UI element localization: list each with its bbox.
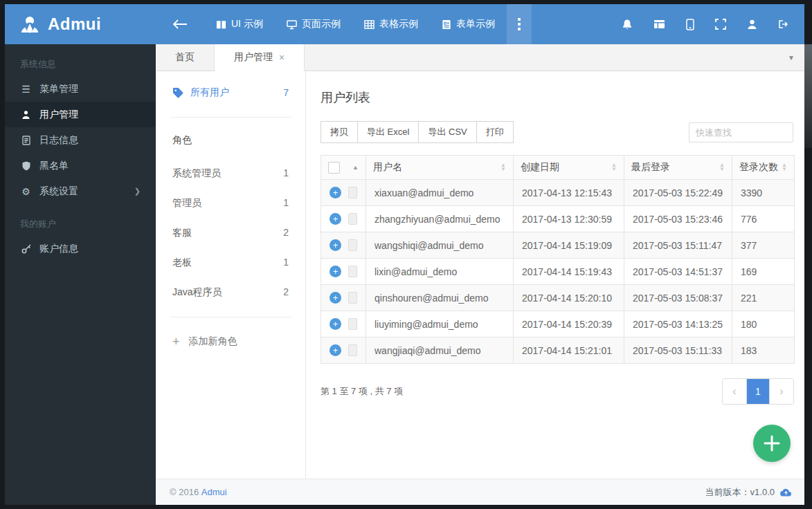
export-csv-button[interactable]: 导出 CSV [418, 121, 476, 143]
export-excel-button[interactable]: 导出 Excel [357, 121, 419, 143]
next-page-button[interactable]: › [770, 379, 793, 404]
sidebar-section-account: 我的账户 [5, 204, 156, 236]
layout-toggle-button[interactable] [643, 4, 676, 44]
cell-last-login: 2017-05-03 15:22:49 [624, 180, 732, 206]
tab-label: 用户管理 [234, 51, 273, 64]
sidebar-item-blacklist[interactable]: 黑名单 [5, 153, 156, 178]
footer-brand-link[interactable]: Admui [201, 487, 227, 497]
row-checkbox[interactable] [348, 318, 357, 330]
cell-login-count: 180 [732, 311, 795, 337]
nav-item-page-demo[interactable]: 页面示例 [275, 4, 352, 44]
print-button[interactable]: 打印 [476, 121, 514, 143]
row-checkbox[interactable] [348, 213, 357, 225]
sort-arrows-icon[interactable]: ▲▼ [719, 163, 725, 172]
tab-home[interactable]: 首页 [156, 44, 215, 71]
row-checkbox[interactable] [348, 187, 357, 198]
role-name: 系统管理员 [172, 167, 221, 180]
role-name: 管理员 [172, 197, 201, 210]
nav-back-button[interactable] [156, 4, 204, 44]
user-groups-panel: 所有用户 7 角色 系统管理员 1 管理员 1 客服 [156, 71, 306, 479]
row-expand-button[interactable]: + [330, 318, 341, 330]
fullscreen-icon [715, 19, 726, 30]
row-checkbox[interactable] [348, 344, 357, 356]
row-expand-button[interactable]: + [330, 213, 341, 225]
tab-user-management[interactable]: 用户管理 × [215, 44, 305, 71]
sidebar-item-log-info[interactable]: 日志信息 [5, 127, 156, 153]
column-header-last-login[interactable]: 最后登录 [631, 161, 670, 174]
cell-last-login: 2017-05-03 14:51:37 [624, 259, 732, 285]
mobile-preview-button[interactable] [676, 4, 705, 44]
divider [170, 117, 291, 118]
row-expand-button[interactable]: + [330, 344, 341, 356]
role-count: 1 [283, 197, 289, 210]
role-item-java-dev[interactable]: Java程序员 2 [172, 286, 289, 299]
cell-last-login: 2017-05-03 15:23:46 [624, 206, 732, 232]
vertical-dots-icon [518, 18, 521, 30]
row-expand-button[interactable]: + [330, 187, 341, 198]
nav-item-label: 表格示例 [379, 18, 418, 30]
cell-username: wangshiqi@admui_demo [366, 232, 514, 259]
sidebar-item-account-info[interactable]: 账户信息 [5, 236, 156, 261]
column-header-username[interactable]: 用户名 [373, 161, 402, 174]
row-expand-button[interactable]: + [330, 292, 341, 304]
column-header-login-count[interactable]: 登录次数 [739, 161, 778, 174]
row-checkbox[interactable] [348, 266, 357, 277]
nav-more-menu-button[interactable] [507, 4, 532, 44]
copyright-text: © 2016 [170, 487, 199, 497]
scrollbar[interactable] [804, 44, 812, 148]
row-checkbox[interactable] [348, 292, 357, 304]
cell-created: 2017-04-14 15:19:09 [514, 232, 624, 259]
all-users-label: 所有用户 [190, 86, 229, 99]
cell-created: 2017-04-13 12:30:59 [514, 206, 624, 232]
select-all-checkbox[interactable] [328, 162, 340, 174]
cell-last-login: 2017-05-03 15:11:33 [624, 337, 732, 364]
row-expand-button[interactable]: + [330, 239, 341, 251]
sidebar-item-system-settings[interactable]: ⚙ 系统设置 ❯ [5, 178, 156, 204]
table-header-row: ▲ 用户名 ▲▼ 创建日期 ▲▼ [321, 156, 795, 180]
sidebar-item-label: 用户管理 [39, 109, 78, 121]
nav-item-form-demo[interactable]: 表单示例 [430, 4, 507, 44]
tag-icon [172, 87, 183, 98]
tab-overflow-caret-icon[interactable]: ▼ [788, 54, 795, 62]
sidebar-item-user-management[interactable]: 用户管理 [5, 102, 156, 127]
nav-item-label: UI 示例 [231, 18, 263, 30]
add-user-fab-button[interactable] [753, 425, 791, 462]
sort-arrows-icon[interactable]: ▲▼ [611, 163, 617, 172]
gear-icon: ⚙ [20, 186, 32, 197]
tab-close-icon[interactable]: × [279, 52, 285, 63]
cell-username: xiaxuan@admui_demo [366, 180, 514, 206]
fullscreen-button[interactable] [705, 4, 737, 44]
nav-item-table-demo[interactable]: 表格示例 [352, 4, 430, 44]
prev-page-button[interactable]: ‹ [723, 379, 746, 404]
column-header-created[interactable]: 创建日期 [521, 161, 559, 174]
row-expand-button[interactable]: + [330, 266, 341, 277]
sidebar-item-label: 黑名单 [39, 160, 69, 172]
profile-button[interactable] [737, 4, 768, 44]
role-item-admin[interactable]: 管理员 1 [172, 197, 289, 210]
brand-logo[interactable]: Admui [5, 4, 156, 44]
role-item-support[interactable]: 客服 2 [172, 227, 289, 239]
add-role-button[interactable]: + 添加新角色 [172, 335, 289, 348]
nav-item-ui-demo[interactable]: UI 示例 [204, 4, 275, 44]
table-row: + xiaxuan@admui_demo 2017-04-13 12:15:43… [321, 180, 795, 206]
users-table: ▲ 用户名 ▲▼ 创建日期 ▲▼ [321, 155, 795, 364]
sidebar-item-label: 系统设置 [39, 185, 78, 198]
sidebar-item-label: 账户信息 [39, 243, 78, 255]
notifications-button[interactable] [611, 4, 643, 44]
main-nav: UI 示例 页面示例 表格示例 [156, 4, 532, 44]
sort-asc-indicator-icon[interactable]: ▲ [352, 164, 359, 171]
role-item-boss[interactable]: 老板 1 [172, 257, 289, 269]
back-arrow-icon [172, 19, 188, 30]
role-item-sysadmin[interactable]: 系统管理员 1 [172, 167, 289, 180]
all-users-filter[interactable]: 所有用户 7 [172, 86, 289, 99]
cell-login-count: 169 [732, 259, 795, 285]
sort-arrows-icon[interactable]: ▲▼ [500, 163, 506, 172]
row-checkbox[interactable] [348, 239, 357, 251]
page-1-button[interactable]: 1 [746, 379, 770, 404]
logout-button[interactable] [768, 4, 800, 44]
quick-search-input[interactable] [689, 122, 793, 142]
sidebar-item-menu-management[interactable]: ☰ 菜单管理 [5, 76, 156, 102]
sort-arrows-icon[interactable]: ▲▼ [782, 163, 787, 172]
main-content: 用户列表 拷贝 导出 Excel 导出 CSV 打印 [306, 71, 804, 479]
copy-button[interactable]: 拷贝 [321, 121, 358, 143]
